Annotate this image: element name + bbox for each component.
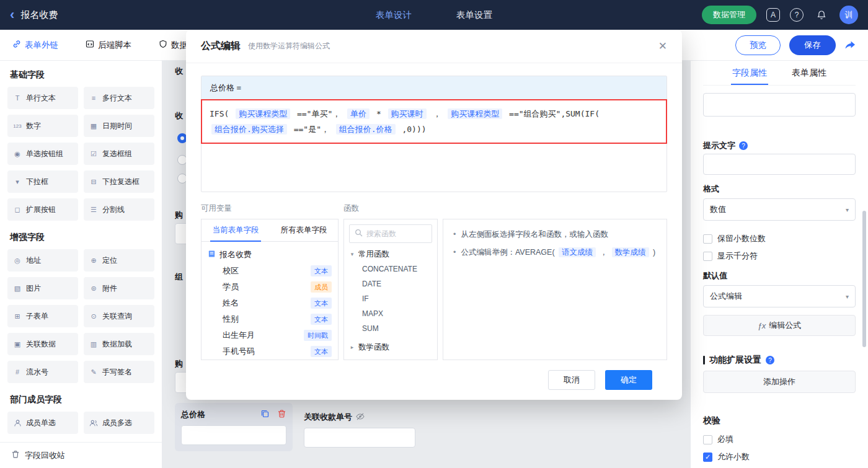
cancel-button[interactable]: 取消 xyxy=(548,370,595,390)
total-price-field[interactable]: 总价格 xyxy=(175,403,293,451)
help-circle-icon[interactable]: ? xyxy=(766,356,774,364)
preview-button[interactable]: 预览 xyxy=(735,35,781,55)
toolbar-form-external-link[interactable]: 表单外链 xyxy=(12,40,58,51)
option-allow-decimal[interactable]: ✓ 允许小数 xyxy=(703,451,856,462)
chevron-right-icon: ▸ xyxy=(349,344,355,350)
formula-field-chip: 单价 xyxy=(347,108,370,119)
tab-current-form-fields[interactable]: 当前表单字段 xyxy=(202,219,270,241)
field-type-button[interactable]: ▧图片 xyxy=(7,277,78,299)
field-label-partial: 购 xyxy=(175,210,183,221)
nav-tab-form-design[interactable]: 表单设计 xyxy=(376,9,412,21)
tab-form-properties[interactable]: 表单属性 xyxy=(792,61,826,85)
variable-name: 出生年月 xyxy=(223,330,255,341)
field-type-button[interactable]: 123数字 xyxy=(7,115,78,137)
variable-item[interactable]: 学员成员 xyxy=(208,279,332,295)
related-payment-field[interactable]: 关联收款单号 xyxy=(304,412,415,448)
function-group[interactable]: ▸文本函数 xyxy=(349,358,432,360)
variable-item[interactable]: 出生年月时间戳 xyxy=(208,327,332,343)
field-type-button[interactable]: ≡多行文本 xyxy=(84,87,154,109)
copy-icon[interactable] xyxy=(260,409,270,420)
user-avatar[interactable]: 训 xyxy=(839,6,858,24)
format-select-value: 数值 xyxy=(710,204,726,215)
function-item[interactable]: IF xyxy=(349,291,432,306)
field-type-button[interactable]: ☰分割线 xyxy=(84,198,154,221)
total-price-input[interactable] xyxy=(181,425,286,445)
function-item[interactable]: DATE xyxy=(349,276,432,291)
checkbox-checked[interactable]: ✓ xyxy=(703,453,712,462)
tab-field-properties[interactable]: 字段属性 xyxy=(732,61,767,85)
notification-bell-icon[interactable] xyxy=(813,7,830,23)
checkbox-unchecked[interactable] xyxy=(703,234,712,244)
delete-icon[interactable] xyxy=(277,409,286,420)
option-required[interactable]: 必填 xyxy=(703,434,856,445)
field-type-button[interactable]: 成员单选 xyxy=(7,412,78,434)
tab-all-form-fields[interactable]: 所有表单字段 xyxy=(270,219,338,241)
formula-input-area[interactable]: IFS( 购买课程类型 =="单买"， 单价 * 购买课时 ， 购买课程类型 =… xyxy=(202,100,666,192)
field-section: 增强字段◎地址⊕定位▧图片⊚附件⊞子表单⊙关联查询▣关联数据▥数据加载#流水号✎… xyxy=(7,232,154,383)
select-icon: ▾ xyxy=(12,178,22,186)
field-type-button[interactable]: ▦日期时间 xyxy=(84,115,154,137)
language-icon[interactable]: A xyxy=(766,8,780,22)
link-icon xyxy=(12,40,21,50)
data-manage-button[interactable]: 数据管理 xyxy=(702,6,756,24)
tips-panel: • 从左侧面板选择字段名和函数，或输入函数 • 公式编辑举例：AVERAGE( … xyxy=(443,219,667,360)
scrollbar-thumb[interactable] xyxy=(862,211,866,347)
share-icon[interactable] xyxy=(844,40,856,50)
example-field-chip: 数学成绩 xyxy=(612,247,649,257)
function-search-input[interactable] xyxy=(366,229,427,238)
field-type-button[interactable]: ◻扩展按钮 xyxy=(7,198,78,221)
field-type-button[interactable]: ⊚附件 xyxy=(84,277,154,299)
format-select[interactable]: 数值 ▾ xyxy=(703,198,856,221)
function-item[interactable]: CONCATENATE xyxy=(349,262,432,276)
add-action-button[interactable]: 添加操作 xyxy=(703,371,856,393)
option-thousand-separator[interactable]: 显示千分符 xyxy=(703,250,856,262)
field-type-button[interactable]: ▾下拉框 xyxy=(7,170,78,193)
checkbox-unchecked[interactable] xyxy=(703,252,712,261)
field-type-button[interactable]: ◎地址 xyxy=(7,249,78,272)
related-payment-input[interactable] xyxy=(304,428,415,448)
save-button[interactable]: 保存 xyxy=(789,35,836,55)
example-field-chip: 语文成绩 xyxy=(559,247,596,257)
field-grid: 成员单选成员多选 xyxy=(7,412,154,434)
nav-tab-form-settings[interactable]: 表单设置 xyxy=(456,9,492,21)
variables-root-form[interactable]: 报名收费 xyxy=(208,247,332,263)
edit-formula-button[interactable]: ƒx 编辑公式 xyxy=(703,315,856,336)
function-item[interactable]: MAPX xyxy=(349,306,432,321)
toolbar-backend-script[interactable]: 后端脚本 xyxy=(86,40,131,51)
hint-text-input[interactable] xyxy=(703,154,856,175)
recycle-bin-icon xyxy=(11,450,20,461)
close-icon[interactable]: ✕ xyxy=(658,40,667,53)
variable-item[interactable]: 校区文本 xyxy=(208,263,332,279)
field-type-button[interactable]: ⊙关联查询 xyxy=(84,305,154,327)
field-type-button[interactable]: T单行文本 xyxy=(7,87,78,109)
field-type-button[interactable]: #流水号 xyxy=(7,361,78,383)
field-type-button[interactable]: ✎手写签名 xyxy=(84,361,154,383)
field-type-button[interactable]: ▥数据加载 xyxy=(84,333,154,355)
function-group[interactable]: ▾常用函数 xyxy=(349,247,432,262)
field-type-button[interactable]: ▣关联数据 xyxy=(7,333,78,355)
variable-item[interactable]: 手机号码文本 xyxy=(208,343,332,360)
function-item[interactable]: SUM xyxy=(349,321,432,336)
field-type-button[interactable]: ⊕定位 xyxy=(84,249,154,272)
field-type-button[interactable]: 成员多选 xyxy=(84,412,154,434)
field-type-button[interactable]: ☑复选框组 xyxy=(84,143,154,165)
function-group-label: 数学函数 xyxy=(358,342,389,353)
field-type-button[interactable]: ◉单选按钮组 xyxy=(7,143,78,165)
help-icon[interactable]: ? xyxy=(790,8,804,22)
function-search-box[interactable] xyxy=(349,224,432,243)
modal-title: 公式编辑 xyxy=(201,40,241,53)
help-circle-icon[interactable]: ? xyxy=(739,141,748,150)
field-type-button[interactable]: ⊞子表单 xyxy=(7,305,78,327)
option-decimal-places[interactable]: 保留小数位数 xyxy=(703,233,856,244)
variable-name: 性别 xyxy=(223,314,239,325)
field-setting-input[interactable] xyxy=(703,93,856,117)
variable-item[interactable]: 性别文本 xyxy=(208,311,332,327)
default-value-select[interactable]: 公式编辑 ▾ xyxy=(703,285,856,307)
field-type-button[interactable]: ⊟下拉复选框 xyxy=(84,170,154,193)
confirm-button[interactable]: 确定 xyxy=(605,370,652,390)
data-load-icon: ▥ xyxy=(89,340,99,348)
checkbox-unchecked[interactable] xyxy=(703,435,712,444)
field-recycle-bin[interactable]: 字段回收站 xyxy=(0,442,162,468)
variable-item[interactable]: 姓名文本 xyxy=(208,295,332,311)
function-group[interactable]: ▸数学函数 xyxy=(349,340,432,355)
